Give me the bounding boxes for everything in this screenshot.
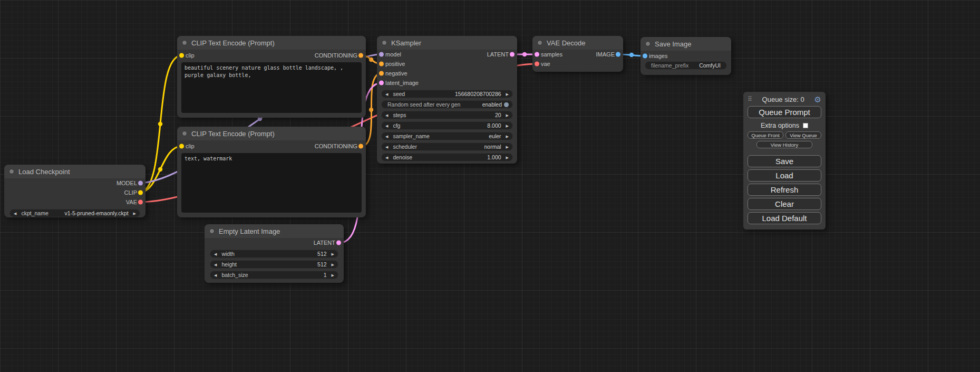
collapse-dot-icon[interactable] <box>645 41 651 46</box>
widget-seed[interactable]: ◀ seed 156680208700286 ▶ <box>381 90 513 98</box>
input-dot-negative[interactable] <box>379 71 384 76</box>
input-dot-model[interactable] <box>379 52 384 57</box>
next-arrow-icon[interactable]: ▶ <box>506 145 509 149</box>
save-button[interactable]: Save <box>748 155 821 167</box>
input-slot-vae: vae <box>532 59 623 69</box>
drag-handle[interactable]: ⠿ <box>748 96 752 103</box>
view-queue-button[interactable]: View Queue <box>785 131 821 139</box>
prev-arrow-icon[interactable]: ◀ <box>385 135 388 138</box>
input-dot-samples[interactable] <box>535 52 539 57</box>
node-title-bar[interactable]: CLIP Text Encode (Prompt) <box>177 36 366 50</box>
node-title: CLIP Text Encode (Prompt) <box>191 39 275 47</box>
output-dot-image[interactable] <box>616 52 620 57</box>
node-vae-decode[interactable]: VAE Decode samples IMAGE vae <box>532 36 623 72</box>
load-button[interactable]: Load <box>748 169 821 182</box>
widget-batch-size[interactable]: ◀ batch_size 1 ▶ <box>210 271 338 279</box>
increment-arrow-icon[interactable]: ▶ <box>332 273 334 277</box>
collapse-dot-icon[interactable] <box>537 40 542 45</box>
decrement-arrow-icon[interactable]: ◀ <box>385 92 388 96</box>
node-ksampler[interactable]: KSampler model LATENT positive negative … <box>377 36 517 164</box>
node-title-bar[interactable]: VAE Decode <box>532 36 623 50</box>
output-dot-vae[interactable] <box>138 200 143 205</box>
node-title: KSampler <box>391 39 421 47</box>
widget-width[interactable]: ◀ width 512 ▶ <box>210 250 338 258</box>
increment-arrow-icon[interactable]: ▶ <box>332 263 334 266</box>
next-arrow-icon[interactable]: ▶ <box>506 135 509 138</box>
output-dot-clip[interactable] <box>138 190 143 195</box>
decrement-arrow-icon[interactable]: ◀ <box>214 273 217 277</box>
prev-arrow-icon[interactable]: ◀ <box>385 145 388 149</box>
node-title-bar[interactable]: CLIP Text Encode (Prompt) <box>177 127 366 140</box>
node-title-bar[interactable]: Save Image <box>641 37 731 51</box>
increment-arrow-icon[interactable]: ▶ <box>506 92 509 96</box>
collapse-dot-icon[interactable] <box>182 40 187 45</box>
collapse-dot-icon[interactable] <box>182 131 187 136</box>
collapse-dot-icon[interactable] <box>209 228 215 234</box>
node-title-bar[interactable]: Load Checkpoint <box>4 165 145 178</box>
link-midpoint-dot[interactable] <box>369 58 373 62</box>
widget-value: 512 <box>317 251 327 257</box>
link-midpoint-dot[interactable] <box>522 52 527 56</box>
link-midpoint-dot[interactable] <box>369 108 373 112</box>
widget-value: 1.000 <box>487 154 501 160</box>
widget-height[interactable]: ◀ height 512 ▶ <box>210 260 338 269</box>
input-dot-vae[interactable] <box>535 62 539 66</box>
input-dot-latent-image[interactable] <box>379 81 384 85</box>
positive-prompt-textarea[interactable]: beautiful scenery nature glass bottle la… <box>181 62 362 113</box>
node-title-bar[interactable]: KSampler <box>377 36 517 50</box>
output-dot-conditioning[interactable] <box>358 53 363 58</box>
view-history-button[interactable]: View History <box>756 141 812 148</box>
output-dot-latent[interactable] <box>336 241 341 245</box>
node-clip-text-encode-positive[interactable]: CLIP Text Encode (Prompt) clip CONDITION… <box>177 36 366 118</box>
increment-arrow-icon[interactable]: ▶ <box>506 124 509 128</box>
increment-arrow-icon[interactable]: ▶ <box>506 113 509 117</box>
decrement-arrow-icon[interactable]: ◀ <box>385 124 388 128</box>
queue-prompt-button[interactable]: Queue Prompt <box>748 106 821 118</box>
node-title-bar[interactable]: Empty Latent Image <box>205 224 344 238</box>
node-load-checkpoint[interactable]: Load Checkpoint MODEL CLIP VAE ◀ ckpt_na… <box>4 165 145 217</box>
decrement-arrow-icon[interactable]: ◀ <box>385 156 388 159</box>
input-dot-positive[interactable] <box>379 62 384 66</box>
negative-prompt-textarea[interactable]: text, watermark <box>181 153 362 213</box>
output-dot-conditioning[interactable] <box>358 144 363 149</box>
widget-ckpt-name[interactable]: ◀ ckpt_name v1-5-pruned-emaonly.ckpt ▶ <box>9 209 140 217</box>
decrement-arrow-icon[interactable]: ◀ <box>214 252 217 256</box>
input-dot-images[interactable] <box>643 54 647 59</box>
collapse-dot-icon[interactable] <box>9 169 14 174</box>
node-save-image[interactable]: Save Image images filename_prefix ComfyU… <box>641 37 731 75</box>
link-midpoint-dot[interactable] <box>158 167 162 171</box>
widget-sampler-name[interactable]: ◀ sampler_name euler ▶ <box>381 132 513 140</box>
output-dot-latent[interactable] <box>510 52 515 57</box>
slot-label-latent-image: latent_image <box>385 80 419 86</box>
toggle-on-indicator-icon[interactable] <box>504 102 509 107</box>
settings-gear-icon[interactable]: ⚙ <box>814 96 821 103</box>
widget-filename-prefix[interactable]: filename_prefix ComfyUI <box>645 61 727 70</box>
refresh-button[interactable]: Refresh <box>748 184 821 196</box>
widget-cfg[interactable]: ◀ cfg 8.000 ▶ <box>381 121 513 130</box>
widget-denoise[interactable]: ◀ denoise 1.000 ▶ <box>381 153 513 161</box>
queue-front-button[interactable]: Queue Front <box>748 131 783 139</box>
decrement-arrow-icon[interactable]: ◀ <box>214 263 217 266</box>
prev-arrow-icon[interactable]: ◀ <box>14 212 16 215</box>
graph-canvas[interactable]: Load Checkpoint MODEL CLIP VAE ◀ ckpt_na… <box>0 0 980 372</box>
slot-label-conditioning: CONDITIONING <box>315 52 357 59</box>
load-default-button[interactable]: Load Default <box>748 212 821 224</box>
input-dot-clip[interactable] <box>179 144 184 149</box>
clear-button[interactable]: Clear <box>748 198 821 210</box>
link-midpoint-dot[interactable] <box>158 122 162 126</box>
link-midpoint-dot[interactable] <box>629 53 634 57</box>
next-arrow-icon[interactable]: ▶ <box>133 212 136 215</box>
extra-options-checkbox[interactable] <box>803 123 808 128</box>
slot-label-negative: negative <box>385 70 407 77</box>
widget-random-seed-toggle[interactable]: Random seed after every gen enabled <box>381 100 513 109</box>
collapse-dot-icon[interactable] <box>382 40 387 45</box>
increment-arrow-icon[interactable]: ▶ <box>506 156 509 159</box>
increment-arrow-icon[interactable]: ▶ <box>332 252 334 256</box>
widget-scheduler[interactable]: ◀ scheduler normal ▶ <box>381 142 513 151</box>
node-clip-text-encode-negative[interactable]: CLIP Text Encode (Prompt) clip CONDITION… <box>177 127 366 217</box>
widget-steps[interactable]: ◀ steps 20 ▶ <box>381 111 513 119</box>
decrement-arrow-icon[interactable]: ◀ <box>385 113 388 117</box>
output-dot-model[interactable] <box>138 181 143 186</box>
node-empty-latent-image[interactable]: Empty Latent Image LATENT ◀ width 512 ▶ … <box>205 224 344 283</box>
input-dot-clip[interactable] <box>179 53 184 58</box>
